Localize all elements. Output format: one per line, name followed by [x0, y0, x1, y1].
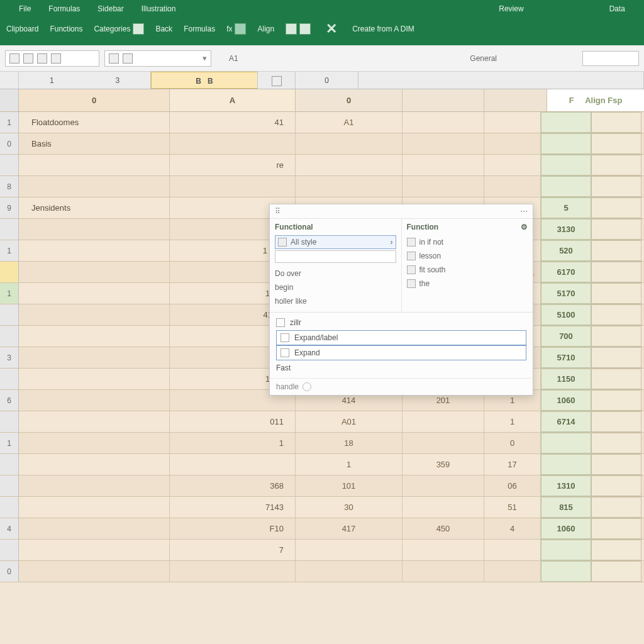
cell-c[interactable]: 1: [296, 454, 402, 475]
cell-b[interactable]: 7143: [170, 497, 296, 518]
row-number[interactable]: [0, 326, 19, 347]
panel-ritem-1[interactable]: lesson: [407, 249, 528, 263]
cell-f[interactable]: 700: [541, 326, 591, 347]
cell-d[interactable]: [402, 411, 484, 432]
cell-a[interactable]: [19, 219, 170, 240]
tab-data[interactable]: Data: [609, 4, 625, 13]
cell-b[interactable]: 011: [170, 411, 296, 432]
panel-item-begin[interactable]: begin: [275, 280, 396, 294]
panel-list-item[interactable]: zillr: [276, 315, 526, 330]
row-number[interactable]: [0, 219, 19, 240]
row-number[interactable]: 1: [0, 112, 19, 133]
group-create-from[interactable]: Create from A DIM: [352, 25, 414, 33]
cell-g[interactable]: [591, 240, 641, 261]
cell-f[interactable]: 5710: [541, 347, 591, 368]
cell-c[interactable]: [296, 133, 402, 154]
row-number[interactable]: 1: [0, 433, 19, 453]
panel-list-item-fast[interactable]: Fast: [276, 360, 526, 375]
name-box[interactable]: [5, 50, 99, 67]
cell-e[interactable]: [484, 155, 541, 175]
sheet-hdr-a[interactable]: 0: [19, 89, 170, 111]
cell-g[interactable]: [591, 390, 641, 411]
cell-c[interactable]: A1: [296, 112, 402, 133]
row-number[interactable]: [0, 497, 19, 518]
cell-e[interactable]: [484, 176, 541, 197]
group-chart[interactable]: [286, 23, 311, 35]
font-box[interactable]: ▾: [104, 50, 211, 67]
cell-a[interactable]: [19, 304, 170, 325]
cell-g[interactable]: [591, 262, 641, 282]
cell-a[interactable]: [19, 540, 170, 560]
cell-d[interactable]: 450: [402, 518, 484, 539]
cell-e[interactable]: 4: [484, 518, 541, 539]
cell-a[interactable]: [19, 497, 170, 518]
panel-ritem-0[interactable]: in if not: [407, 235, 528, 249]
row-number[interactable]: [0, 304, 19, 325]
cell-a[interactable]: [19, 475, 170, 496]
cell-a[interactable]: [19, 433, 170, 453]
cell-g[interactable]: [591, 326, 641, 347]
cell-a[interactable]: [19, 326, 170, 347]
cell-g[interactable]: [591, 561, 641, 582]
row-number[interactable]: 0: [0, 561, 19, 582]
cell-f[interactable]: 520: [541, 240, 591, 261]
col-header-a[interactable]: 13: [19, 72, 151, 89]
panel-ritem-2[interactable]: fit south: [407, 263, 528, 277]
checkbox-icon[interactable]: [280, 333, 289, 342]
row-number[interactable]: 4: [0, 518, 19, 539]
gear-icon[interactable]: ⚙: [521, 223, 528, 231]
tab-file[interactable]: File: [19, 4, 31, 13]
sheet-hdr-f[interactable]: F Align Fsp: [547, 89, 644, 111]
tab-illustration[interactable]: Illustration: [142, 4, 176, 13]
cell-g[interactable]: [591, 540, 641, 560]
row-number[interactable]: [0, 155, 19, 175]
cell-b[interactable]: [170, 133, 296, 154]
panel-item-do-over[interactable]: Do over: [275, 267, 396, 280]
cell-b[interactable]: [170, 176, 296, 197]
cell-g[interactable]: [591, 304, 641, 325]
sheet-hdr-b[interactable]: A: [170, 89, 296, 111]
cell-d[interactable]: [402, 433, 484, 453]
cell-d[interactable]: 359: [402, 454, 484, 475]
cell-a[interactable]: [19, 283, 170, 304]
cell-f[interactable]: [541, 155, 591, 175]
table-row[interactable]: 135917: [0, 454, 644, 475]
cell-e[interactable]: [484, 112, 541, 133]
number-format-label[interactable]: General: [470, 54, 497, 63]
panel-search-input[interactable]: [275, 250, 396, 263]
sheet-hdr-e[interactable]: [484, 89, 547, 111]
cell-f[interactable]: 5: [541, 197, 591, 218]
cell-f[interactable]: 5100: [541, 304, 591, 325]
table-row[interactable]: 11180: [0, 433, 644, 454]
col-header-c[interactable]: [258, 72, 296, 89]
cell-d[interactable]: [402, 475, 484, 496]
cell-g[interactable]: [591, 454, 641, 475]
cell-e[interactable]: 0: [484, 433, 541, 453]
cell-a[interactable]: [19, 411, 170, 432]
cell-f[interactable]: [541, 561, 591, 582]
cell-f[interactable]: 1150: [541, 369, 591, 389]
cell-a[interactable]: [19, 240, 170, 261]
cell-d[interactable]: [402, 133, 484, 154]
sheet-hdr-c[interactable]: 0: [296, 89, 402, 111]
cell-a[interactable]: [19, 176, 170, 197]
row-number[interactable]: 1: [0, 240, 19, 261]
cell-g[interactable]: [591, 197, 641, 218]
cell-c[interactable]: 101: [296, 475, 402, 496]
cell-e[interactable]: 17: [484, 454, 541, 475]
cell-g[interactable]: [591, 176, 641, 197]
row-number[interactable]: [0, 540, 19, 560]
col-header-b-active[interactable]: B B: [151, 72, 258, 89]
cell-g[interactable]: [591, 347, 641, 368]
tab-formulas[interactable]: Formulas: [48, 4, 80, 13]
table-row[interactable]: 7: [0, 540, 644, 561]
panel-list-item-expand-label[interactable]: Expand/label: [276, 330, 526, 345]
panel-handle-icon[interactable]: ⠿: [275, 207, 280, 216]
panel-options-icon[interactable]: ⋯: [520, 207, 528, 216]
row-number[interactable]: 6: [0, 390, 19, 411]
table-row[interactable]: 0Basis: [0, 133, 644, 155]
cell-f[interactable]: 6714: [541, 411, 591, 432]
group-fx[interactable]: fx: [226, 23, 246, 35]
cell-d[interactable]: [402, 540, 484, 560]
cell-c[interactable]: [296, 155, 402, 175]
